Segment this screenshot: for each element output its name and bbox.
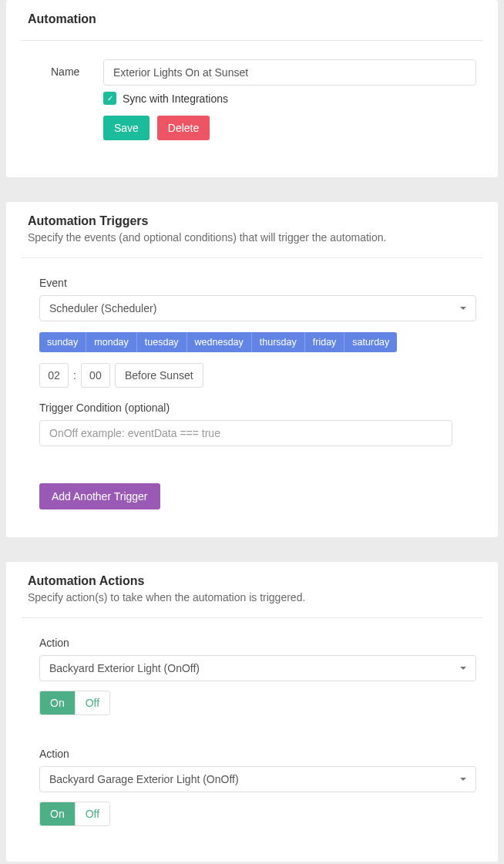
- triggers-card: Automation Triggers Specify the events (…: [6, 202, 498, 537]
- divider: [22, 40, 482, 41]
- chevron-down-icon: [460, 667, 466, 670]
- divider: [22, 617, 482, 618]
- day-wednesday[interactable]: wednesday: [187, 332, 252, 352]
- time-separator: :: [73, 369, 76, 382]
- condition-label: Trigger Condition (optional): [39, 402, 476, 414]
- chevron-down-icon: [460, 778, 466, 781]
- chevron-down-icon: [460, 307, 466, 310]
- action-label: Action: [39, 748, 476, 760]
- triggers-body: Event Scheduler (Scheduler) sunday monda…: [28, 277, 476, 509]
- actions-card: Automation Actions Specify action(s) to …: [6, 562, 498, 862]
- automation-title: Automation: [28, 12, 476, 26]
- day-tuesday[interactable]: tuesday: [137, 332, 187, 352]
- toggle-on-button[interactable]: On: [40, 691, 75, 714]
- action-dropdown-1[interactable]: Backyard Garage Exterior Light (OnOff): [39, 766, 476, 792]
- check-icon: ✓: [107, 94, 113, 103]
- sync-label: Sync with Integrations: [123, 92, 228, 105]
- name-input[interactable]: [103, 59, 476, 86]
- days-bar: sunday monday tuesday wednesday thursday…: [39, 332, 397, 352]
- day-thursday[interactable]: thursday: [252, 332, 305, 352]
- day-monday[interactable]: monday: [86, 332, 136, 352]
- relative-value: Before Sunset: [125, 369, 193, 382]
- action-block-0: Action Backyard Exterior Light (OnOff) O…: [39, 637, 476, 715]
- condition-input[interactable]: [39, 420, 452, 446]
- time-minute-input[interactable]: [81, 363, 110, 388]
- delete-button[interactable]: Delete: [157, 116, 210, 140]
- toggle-on-button[interactable]: On: [40, 802, 75, 825]
- actions-body: Action Backyard Exterior Light (OnOff) O…: [28, 637, 476, 826]
- actions-title: Automation Actions: [28, 574, 476, 588]
- action-label: Action: [39, 637, 476, 649]
- day-sunday[interactable]: sunday: [39, 332, 86, 352]
- action-block-1: Action Backyard Garage Exterior Light (O…: [39, 748, 476, 826]
- time-hour-input[interactable]: [39, 363, 69, 388]
- time-row: : Before Sunset: [39, 363, 476, 388]
- name-col: ✓ Sync with Integrations Save Delete: [103, 59, 476, 140]
- add-trigger-row: Add Another Trigger: [39, 483, 476, 509]
- sync-row: ✓ Sync with Integrations: [103, 92, 476, 105]
- automation-card: Automation Name ✓ Sync with Integrations…: [6, 0, 498, 177]
- triggers-subtitle: Specify the events (and optional conditi…: [28, 231, 476, 244]
- divider: [22, 257, 482, 258]
- toggle-off-button[interactable]: Off: [75, 802, 109, 825]
- action-value: Backyard Garage Exterior Light (OnOff): [49, 773, 239, 785]
- name-row: Name ✓ Sync with Integrations Save Delet…: [28, 59, 476, 140]
- day-friday[interactable]: friday: [305, 332, 345, 352]
- event-value: Scheduler (Scheduler): [49, 302, 156, 314]
- event-dropdown[interactable]: Scheduler (Scheduler): [39, 295, 476, 321]
- triggers-title: Automation Triggers: [28, 214, 476, 228]
- event-label: Event: [39, 277, 476, 289]
- action-value: Backyard Exterior Light (OnOff): [49, 662, 200, 674]
- relative-dropdown[interactable]: Before Sunset: [115, 363, 203, 388]
- save-button[interactable]: Save: [103, 116, 150, 140]
- action-dropdown-0[interactable]: Backyard Exterior Light (OnOff): [39, 655, 476, 681]
- name-label: Name: [28, 59, 103, 78]
- button-row: Save Delete: [103, 116, 476, 140]
- toggle-off-button[interactable]: Off: [75, 691, 109, 714]
- onoff-toggle-1: On Off: [39, 802, 110, 826]
- day-saturday[interactable]: saturday: [344, 332, 397, 352]
- onoff-toggle-0: On Off: [39, 691, 110, 715]
- sync-checkbox[interactable]: ✓: [103, 92, 116, 105]
- add-trigger-button[interactable]: Add Another Trigger: [39, 483, 160, 509]
- actions-subtitle: Specify action(s) to take when the autom…: [28, 591, 476, 603]
